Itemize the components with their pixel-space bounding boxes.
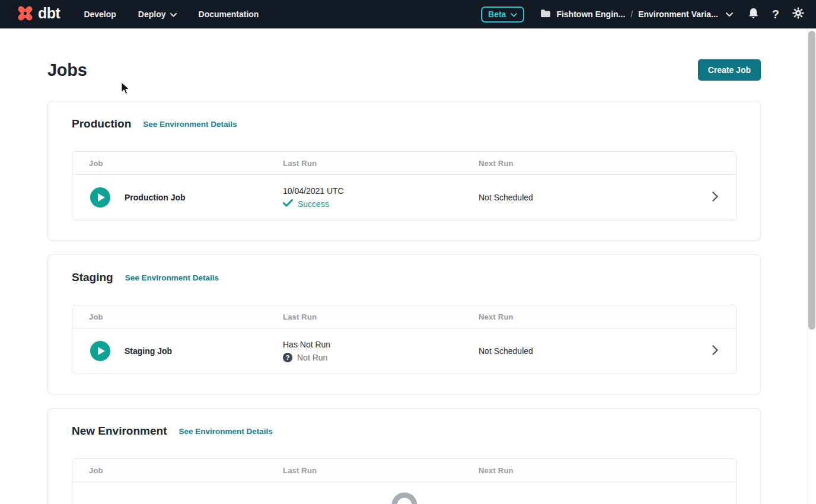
scrollbar-thumb[interactable] xyxy=(808,31,815,330)
empty-jobs-area xyxy=(72,482,736,504)
column-header-job: Job xyxy=(72,466,283,475)
environment-name: New Environment xyxy=(72,424,167,438)
column-header-last-run: Last Run xyxy=(283,312,479,321)
create-job-button[interactable]: Create Job xyxy=(698,59,761,81)
table-header-row: Job Last Run Next Run xyxy=(72,152,736,175)
check-icon xyxy=(283,199,293,209)
environment-header: Staging See Environment Details xyxy=(72,270,737,285)
column-header-next-run: Next Run xyxy=(479,159,736,168)
scrollbar-track[interactable] xyxy=(808,28,816,504)
see-environment-details-link[interactable]: See Environment Details xyxy=(179,427,272,436)
column-header-next-run: Next Run xyxy=(479,312,736,321)
navbar-icons: ? xyxy=(748,7,804,22)
see-environment-details-link[interactable]: See Environment Details xyxy=(125,273,219,282)
column-header-job: Job xyxy=(72,159,283,168)
table-header-row: Job Last Run Next Run xyxy=(72,459,736,482)
breadcrumb-project[interactable]: Fishtown Engin... xyxy=(556,9,625,19)
run-job-button[interactable] xyxy=(90,187,110,208)
beta-dropdown[interactable]: Beta xyxy=(481,7,524,23)
nav-deploy[interactable]: Deploy xyxy=(138,9,177,19)
next-run-value: Not Scheduled xyxy=(479,193,533,202)
brand-name: dbt xyxy=(38,6,60,23)
gear-icon[interactable] xyxy=(792,7,804,21)
column-header-last-run: Last Run xyxy=(283,159,479,168)
dbt-logo-icon xyxy=(14,4,36,25)
bell-icon[interactable] xyxy=(748,7,759,22)
folder-icon xyxy=(540,9,551,20)
page-header: Jobs Create Job xyxy=(47,59,761,81)
empty-state-icon xyxy=(390,490,419,504)
environment-header: Production See Environment Details xyxy=(72,117,737,131)
status-badge: Not Run xyxy=(297,353,327,362)
run-job-button[interactable] xyxy=(90,341,110,361)
last-run-date: 10/04/2021 UTC xyxy=(283,186,479,196)
nav-develop[interactable]: Develop xyxy=(84,9,116,19)
job-cell: Production Job xyxy=(72,187,283,208)
column-header-job: Job xyxy=(72,312,283,321)
environment-name: Production xyxy=(72,117,131,131)
environment-card-staging: Staging See Environment Details Job Last… xyxy=(47,254,761,394)
environment-card-production: Production See Environment Details Job L… xyxy=(47,101,761,241)
breadcrumb-page[interactable]: Environment Varia... xyxy=(638,9,718,19)
breadcrumb[interactable]: Fishtown Engin... / Environment Varia... xyxy=(540,9,732,20)
next-run-value: Not Scheduled xyxy=(479,346,533,356)
job-name: Staging Job xyxy=(125,346,172,356)
environment-name: Staging xyxy=(72,270,113,285)
chevron-down-icon xyxy=(170,9,177,19)
play-icon xyxy=(98,347,105,355)
chevron-right-icon xyxy=(712,345,718,358)
nav-documentation-label: Documentation xyxy=(199,9,259,19)
breadcrumb-separator: / xyxy=(630,9,633,19)
chevron-down-icon[interactable] xyxy=(726,9,733,20)
job-row-production[interactable]: Production Job 10/04/2021 UTC Success No… xyxy=(72,175,736,220)
column-header-next-run: Next Run xyxy=(479,466,736,475)
nav-develop-label: Develop xyxy=(84,9,116,19)
navbar-right: Beta Fishtown Engin... / Environment Var… xyxy=(481,7,804,23)
status-badge: Success xyxy=(298,199,329,209)
table-header-row: Job Last Run Next Run xyxy=(72,305,736,328)
main-nav: Develop Deploy Documentation xyxy=(84,9,259,19)
last-run-date: Has Not Run xyxy=(283,340,479,349)
top-navbar: dbt Develop Deploy Documentation Beta Fi… xyxy=(0,0,816,28)
job-name: Production Job xyxy=(125,193,186,202)
beta-label: Beta xyxy=(488,9,506,19)
question-circle-icon: ? xyxy=(283,353,292,362)
nav-documentation[interactable]: Documentation xyxy=(199,9,259,19)
see-environment-details-link[interactable]: See Environment Details xyxy=(143,120,237,129)
dbt-logo[interactable]: dbt xyxy=(14,4,60,25)
chevron-right-icon xyxy=(712,192,718,204)
page-title: Jobs xyxy=(47,60,87,80)
column-header-last-run: Last Run xyxy=(283,466,479,475)
environment-card-new-environment: New Environment See Environment Details … xyxy=(47,408,761,504)
next-run-cell: Not Scheduled xyxy=(479,346,712,356)
next-run-cell: Not Scheduled xyxy=(479,192,712,203)
last-run-cell: Has Not Run ? Not Run xyxy=(283,340,479,362)
jobs-table: Job Last Run Next Run Production Job 10/… xyxy=(72,151,737,221)
environment-header: New Environment See Environment Details xyxy=(72,424,737,438)
play-icon xyxy=(98,193,105,202)
jobs-page: Jobs Create Job Production See Environme… xyxy=(47,59,761,504)
job-cell: Staging Job xyxy=(72,341,283,361)
nav-deploy-label: Deploy xyxy=(138,9,166,19)
job-row-staging[interactable]: Staging Job Has Not Run ? Not Run Not Sc… xyxy=(72,328,736,374)
jobs-table: Job Last Run Next Run xyxy=(72,458,737,504)
jobs-table: Job Last Run Next Run Staging Job Has No… xyxy=(72,305,737,374)
last-run-cell: 10/04/2021 UTC Success xyxy=(283,186,479,209)
help-icon[interactable]: ? xyxy=(772,8,779,20)
chevron-down-icon xyxy=(511,9,517,19)
